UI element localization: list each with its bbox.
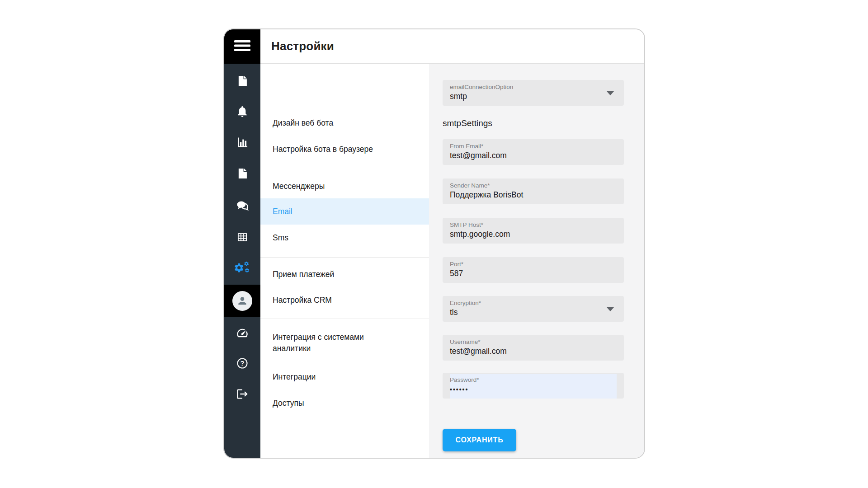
help-icon: ? (236, 357, 249, 370)
nav-item-analytics-integration[interactable]: Интеграция с системами аналитики (260, 332, 429, 364)
section-title: smtpSettings (443, 118, 492, 128)
nav-item-browser-bot-settings[interactable]: Настройка бота в браузере (260, 141, 429, 158)
field-label: Username* (450, 338, 481, 345)
nav-item-label: Настройка бота в браузере (273, 145, 373, 154)
page-title: Настройки (271, 39, 334, 53)
nav-item-payments[interactable]: Прием платежей (260, 266, 429, 283)
document-icon (236, 75, 249, 87)
table-grid-icon (236, 231, 249, 244)
nav-item-label: Интеграция с системами аналитики (273, 332, 386, 354)
sidebar-document-button[interactable] (224, 66, 260, 96)
bar-chart-icon (236, 136, 249, 149)
field-value: test@gmail.com (450, 151, 507, 160)
chevron-down-icon (607, 307, 614, 311)
password-field[interactable]: Password* •••••• (443, 373, 624, 399)
logout-icon (236, 388, 249, 400)
hamburger-menu-icon (234, 40, 250, 53)
avatar (232, 291, 252, 311)
smtp-host-field[interactable]: SMTP Host* smtp.google.com (443, 218, 624, 244)
field-value: smtp.google.com (450, 230, 510, 239)
field-label: Port* (450, 261, 463, 267)
nav-item-label: Настройка CRM (273, 296, 332, 305)
field-label: Password* (450, 376, 479, 383)
sidebar-dialogs-button[interactable] (224, 190, 260, 221)
profile-avatar-button[interactable] (224, 285, 260, 317)
settings-gears-icon (235, 262, 250, 275)
nav-item-email[interactable]: Email (260, 198, 429, 225)
nav-item-label: Email (273, 207, 292, 216)
svg-text:?: ? (241, 360, 245, 367)
port-field[interactable]: Port* 587 (443, 257, 624, 283)
sender-name-field[interactable]: Sender Name* Поддержка BorisBot (443, 178, 624, 204)
nav-item-label: Интеграции (273, 372, 316, 382)
field-label: SMTP Host* (450, 221, 483, 228)
field-value: smtp (450, 92, 467, 101)
settings-window: ? Настройки Дизайн веб бота Настройка бо… (223, 28, 645, 459)
save-button[interactable]: СОХРАНИТЬ (443, 429, 516, 451)
chat-bubbles-icon (236, 199, 249, 212)
nav-item-integrations[interactable]: Интеграции (260, 368, 429, 385)
sidebar-tables-button[interactable] (224, 222, 260, 253)
field-label: Encryption* (450, 300, 481, 306)
field-value: 587 (450, 269, 463, 278)
icon-sidebar: ? (224, 29, 260, 458)
field-label: From Email* (450, 143, 483, 150)
hamburger-menu-button[interactable] (224, 29, 260, 64)
sidebar-help-button[interactable]: ? (224, 348, 260, 379)
chevron-down-icon (607, 91, 614, 95)
username-field[interactable]: Username* test@gmail.com (443, 335, 624, 361)
sidebar-settings-button[interactable] (224, 253, 260, 284)
sidebar-notifications-button[interactable] (224, 96, 260, 127)
header-bar: Настройки (260, 29, 644, 64)
settings-nav: Дизайн веб бота Настройка бота в браузер… (260, 64, 429, 458)
field-value: Поддержка BorisBot (450, 190, 523, 200)
field-label: Sender Name* (450, 182, 490, 189)
field-value: •••••• (450, 386, 468, 393)
sidebar-logout-button[interactable] (224, 379, 260, 409)
nav-divider (260, 319, 429, 319)
sidebar-statistics-button[interactable] (224, 127, 260, 158)
sidebar-pages-button[interactable] (224, 158, 260, 189)
nav-item-sms[interactable]: Sms (260, 229, 429, 246)
nav-item-label: Доступы (273, 399, 304, 408)
nav-item-web-bot-design[interactable]: Дизайн веб бота (260, 114, 429, 131)
nav-divider (260, 257, 429, 258)
nav-item-label: Sms (273, 233, 288, 243)
nav-item-label: Дизайн веб бота (273, 118, 333, 128)
nav-item-crm-settings[interactable]: Настройка CRM (260, 291, 429, 309)
field-label: emailConnectionOption (450, 84, 513, 90)
nav-item-messengers[interactable]: Мессенджеры (260, 178, 429, 195)
from-email-field[interactable]: From Email* test@gmail.com (443, 139, 624, 165)
encryption-select[interactable]: Encryption* tls (443, 296, 624, 322)
field-value: test@gmail.com (450, 347, 507, 356)
nav-item-access[interactable]: Доступы (260, 394, 429, 412)
dashboard-gauge-icon (236, 327, 249, 339)
nav-item-label: Прием платежей (273, 270, 334, 279)
document2-icon (236, 167, 249, 180)
nav-divider (260, 167, 429, 167)
email-settings-form: emailConnectionOption smtp smtpSettings … (429, 64, 644, 458)
sidebar-dashboard-button[interactable] (224, 318, 260, 348)
email-connection-option-select[interactable]: emailConnectionOption smtp (443, 80, 624, 106)
bell-icon (236, 105, 249, 118)
nav-item-label: Мессенджеры (273, 182, 325, 191)
field-value: tls (450, 308, 458, 317)
